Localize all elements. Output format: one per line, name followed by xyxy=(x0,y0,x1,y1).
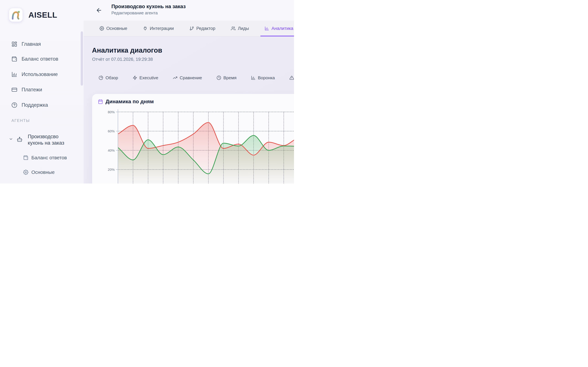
svg-text:60%: 60% xyxy=(108,129,115,133)
svg-text:40%: 40% xyxy=(108,149,115,152)
svg-text:20%: 20% xyxy=(108,168,115,171)
svg-text:80%: 80% xyxy=(108,110,115,114)
